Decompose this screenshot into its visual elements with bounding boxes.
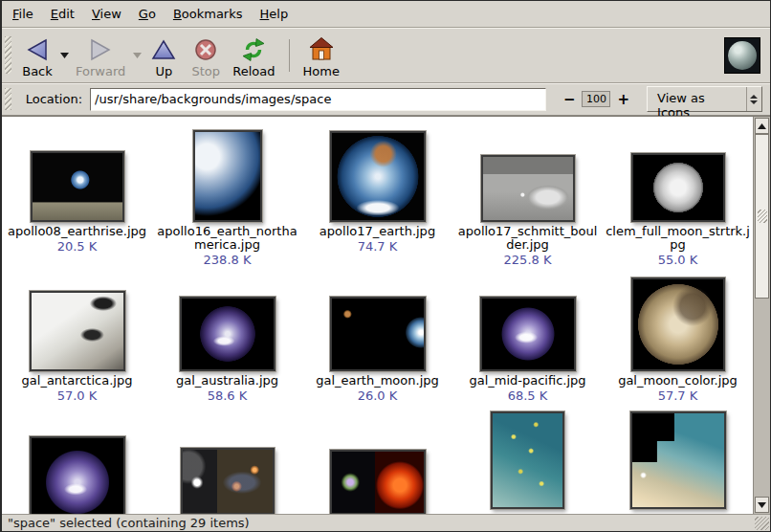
file-manager-window: File Edit View Go Bookmarks Help Back (0, 0, 771, 532)
scrollbar-grip-icon (758, 210, 767, 223)
menu-go[interactable]: Go (130, 3, 165, 25)
stop-icon (192, 35, 219, 64)
scrollbar-thumb[interactable] (755, 134, 769, 299)
file-thumbnail[interactable] (330, 297, 426, 371)
reload-icon (240, 35, 267, 64)
up-icon (150, 35, 177, 64)
locationbar-drag-handle[interactable] (5, 88, 11, 110)
up-label: Up (155, 64, 172, 78)
menu-bar: File Edit View Go Bookmarks Help (2, 1, 770, 28)
home-label: Home (303, 64, 340, 78)
file-name: gal_mid-pacific.jpg (455, 374, 601, 388)
forward-label: Forward (76, 64, 125, 78)
file-item[interactable]: gal_moon_color.jpg 57.7 K (603, 276, 753, 411)
stop-button[interactable]: Stop (185, 31, 227, 80)
menu-file[interactable]: File (4, 3, 42, 25)
file-thumbnail[interactable] (631, 153, 725, 222)
globe-throbber-icon (728, 41, 757, 70)
toolbar-drag-handle[interactable] (5, 36, 11, 75)
home-icon (308, 35, 335, 64)
file-name: apollo17_earth.jpg (305, 225, 451, 238)
view-mode-label: View as Icons (648, 87, 746, 111)
file-thumbnail[interactable] (330, 450, 426, 514)
file-name: clem_full_moon_strtrk.jpg (606, 225, 751, 252)
forward-icon (87, 35, 114, 64)
file-thumbnail[interactable] (480, 297, 576, 371)
status-message: "space" selected (containing 29 items) (8, 516, 250, 530)
file-thumbnail[interactable] (181, 448, 275, 514)
stop-label: Stop (192, 64, 221, 78)
window-resize-grip[interactable] (755, 517, 769, 530)
file-item[interactable] (152, 411, 302, 514)
file-size: 20.5 K (57, 239, 98, 254)
file-size: 26.0 K (358, 388, 398, 403)
file-name: gal_moon_color.jpg (606, 374, 751, 388)
location-bar: Location: − 100 + View as Icons (2, 83, 770, 116)
view-mode-dropdown-arrows-icon[interactable] (746, 87, 761, 111)
file-thumbnail[interactable] (481, 155, 575, 222)
file-item[interactable]: clem_full_moon_strtrk.jpg 55.0 K (603, 122, 753, 276)
icon-view[interactable]: apollo08_earthrise.jpg 20.5 K apollo16_e… (2, 116, 770, 514)
menu-view[interactable]: View (83, 3, 130, 25)
file-name: apollo08_earthrise.jpg (5, 225, 150, 238)
up-button[interactable]: Up (143, 31, 185, 80)
file-item[interactable]: gal_antarctica.jpg 57.0 K (2, 276, 152, 411)
back-dropdown-arrow-icon[interactable] (58, 31, 70, 80)
home-button[interactable]: Home (297, 31, 345, 80)
reload-button[interactable]: Reload (227, 31, 280, 80)
file-thumbnail[interactable] (491, 411, 564, 509)
menu-help[interactable]: Help (252, 3, 297, 25)
zoom-out-button[interactable]: − (560, 91, 580, 108)
file-size: 225.8 K (504, 253, 552, 267)
file-item[interactable]: apollo17_earth.jpg 74.7 K (302, 122, 452, 276)
file-size: 57.7 K (658, 388, 698, 403)
menu-bookmarks[interactable]: Bookmarks (165, 3, 252, 25)
file-size: 55.0 K (658, 253, 698, 267)
zoom-level-indicator[interactable]: 100 (582, 91, 610, 107)
file-name: apollo17_schmitt_boulder.jpg (455, 225, 601, 252)
view-mode-selector[interactable]: View as Icons (647, 86, 762, 112)
file-thumbnail[interactable] (30, 291, 125, 371)
file-item[interactable] (2, 411, 152, 514)
forward-button[interactable]: Forward (70, 31, 131, 80)
file-size: 68.5 K (508, 388, 548, 403)
location-input[interactable] (90, 88, 546, 111)
scroll-down-arrow-icon[interactable] (755, 497, 769, 513)
reload-label: Reload (232, 64, 275, 78)
zoom-in-button[interactable]: + (613, 91, 633, 108)
back-label: Back (22, 64, 53, 78)
file-thumbnail[interactable] (31, 151, 124, 222)
file-item[interactable]: gal_earth_moon.jpg 26.0 K (302, 276, 452, 411)
file-thumbnail[interactable] (193, 130, 262, 222)
file-item[interactable]: apollo16_earth_northamerica.jpg 238.8 K (152, 122, 302, 276)
file-thumbnail[interactable] (180, 297, 275, 371)
file-item[interactable]: apollo08_earthrise.jpg 20.5 K (2, 122, 152, 276)
file-item[interactable] (452, 411, 603, 514)
file-item[interactable] (603, 411, 753, 514)
file-size: 57.0 K (57, 388, 98, 403)
file-item[interactable]: apollo17_schmitt_boulder.jpg 225.8 K (452, 122, 603, 276)
file-item[interactable] (302, 411, 452, 514)
file-thumbnail[interactable] (330, 131, 426, 222)
back-icon (24, 35, 51, 64)
menu-edit[interactable]: Edit (42, 3, 83, 25)
forward-dropdown-arrow-icon[interactable] (131, 31, 143, 80)
file-item[interactable]: gal_mid-pacific.jpg 68.5 K (452, 276, 603, 411)
throbber (724, 37, 760, 74)
toolbar-separator (289, 39, 290, 72)
file-size: 74.7 K (358, 239, 398, 254)
file-name: gal_earth_moon.jpg (305, 374, 451, 388)
file-thumbnail[interactable] (630, 411, 726, 509)
file-thumbnail[interactable] (631, 277, 725, 371)
vertical-scrollbar[interactable] (753, 117, 770, 514)
file-name: gal_antarctica.jpg (5, 374, 150, 388)
file-item[interactable]: gal_australia.jpg 58.6 K (152, 276, 302, 411)
location-label: Location: (26, 92, 82, 106)
status-bar: "space" selected (containing 29 items) (2, 514, 770, 531)
toolbar: Back Forward (2, 28, 770, 83)
file-size: 58.6 K (208, 388, 248, 403)
scroll-up-arrow-icon[interactable] (755, 118, 769, 134)
back-button[interactable]: Back (16, 31, 58, 80)
file-size: 238.8 K (204, 253, 252, 267)
file-thumbnail[interactable] (30, 436, 125, 514)
